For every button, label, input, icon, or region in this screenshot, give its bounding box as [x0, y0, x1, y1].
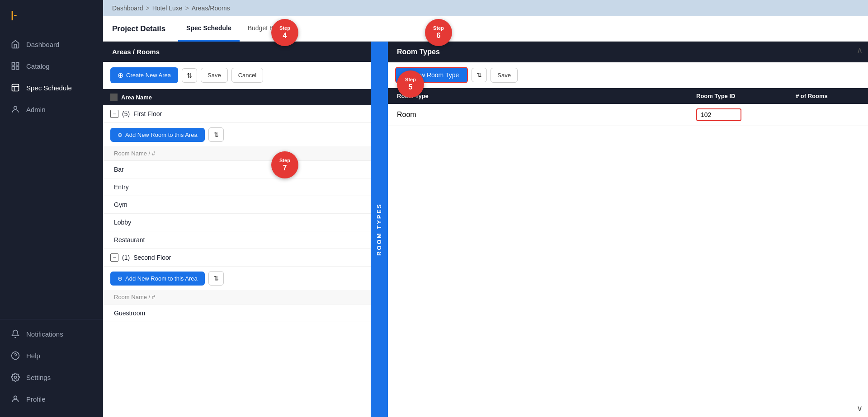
sidebar-item-dashboard[interactable]: Dashboard	[0, 33, 103, 55]
sort-icon: ⇅	[187, 72, 192, 79]
breadcrumb-areas-rooms: Areas/Rooms	[192, 5, 230, 12]
add-room-first-floor-button[interactable]: ⊕ Add New Room to this Area	[110, 128, 205, 142]
svg-point-11	[14, 396, 17, 399]
room-types-vertical-tab[interactable]: ROOM TYPES	[371, 42, 387, 417]
sidebar-item-label: Settings	[26, 374, 51, 381]
new-room-type-button[interactable]: ⊕ New Room Type	[395, 67, 468, 83]
sidebar-item-label: Admin	[26, 106, 46, 113]
sort-room-types-button[interactable]: ⇅	[472, 68, 487, 82]
table-row: Room	[388, 104, 868, 126]
rt-col-room-type-id: Room Type ID	[696, 93, 796, 99]
user-icon	[11, 105, 20, 114]
gear-icon	[11, 373, 20, 382]
checkbox-all[interactable]	[110, 94, 118, 101]
panel-collapse-top[interactable]: ∧	[857, 45, 863, 55]
second-floor-title-row: − (1) Second Floor	[103, 249, 387, 267]
room-guestroom: Guestroom	[103, 305, 387, 322]
sidebar-item-admin[interactable]: Admin	[0, 98, 103, 120]
sidebar-bottom: Notifications Help Settings Profile	[0, 319, 103, 417]
sidebar-item-label: Profile	[26, 395, 46, 403]
svg-rect-4	[12, 84, 19, 91]
sidebar-item-spec-schedule[interactable]: Spec Schedule	[0, 77, 103, 98]
svg-point-10	[14, 376, 17, 379]
sort-first-floor-button[interactable]: ⇅	[208, 127, 224, 142]
first-floor-name: First Floor	[133, 110, 162, 117]
sort-second-floor-button[interactable]: ⇅	[208, 271, 224, 286]
save-areas-button[interactable]: Save	[201, 68, 228, 83]
area-section-second-floor: − (1) Second Floor ⊕ Add New Room to thi…	[103, 249, 387, 322]
plus-circle-icon: ⊕	[118, 131, 123, 138]
content-area: Areas / Rooms ⊕ Create New Area ⇅ Save C…	[103, 42, 868, 417]
area-table-header: Area Name	[103, 89, 387, 105]
first-floor-count: (5)	[122, 110, 130, 117]
sidebar-item-label: Spec Schedule	[26, 84, 72, 92]
breadcrumb: Dashboard > Hotel Luxe > Areas/Rooms	[103, 0, 868, 16]
sidebar-logo: |-	[0, 0, 103, 30]
room-bar: Bar	[103, 161, 387, 178]
sidebar-item-notifications[interactable]: Notifications	[0, 323, 103, 345]
tab-budget-bu[interactable]: Budget Bu...	[240, 16, 291, 42]
room-types-toolbar: ⊕ New Room Type ⇅ Save	[388, 62, 868, 88]
main-content: Dashboard > Hotel Luxe > Areas/Rooms Pro…	[103, 0, 868, 417]
svg-rect-2	[16, 67, 19, 70]
help-icon	[11, 351, 20, 360]
first-floor-title-row: − (5) First Floor	[103, 105, 387, 123]
second-floor-add-room-row: ⊕ Add New Room to this Area ⇅	[103, 267, 387, 290]
home-icon	[11, 40, 20, 49]
svg-rect-0	[12, 63, 15, 66]
project-tabs: Project Details Spec Schedule Budget Bu.…	[103, 16, 868, 42]
room-restaurant: Restaurant	[103, 231, 387, 249]
sidebar-item-help[interactable]: Help	[0, 345, 103, 366]
sidebar-item-label: Dashboard	[26, 41, 59, 48]
svg-rect-3	[12, 67, 15, 70]
rt-col-room-type: Room Type	[397, 93, 696, 99]
room-types-title: Room Types	[397, 48, 440, 56]
sidebar-nav: Dashboard Catalog Spec Schedule Admin	[0, 30, 103, 319]
first-floor-add-room-row: ⊕ Add New Room to this Area ⇅	[103, 123, 387, 146]
room-name-header-first: Room Name / #	[103, 146, 387, 161]
plus-circle-icon-2: ⊕	[118, 275, 123, 282]
cancel-areas-button[interactable]: Cancel	[231, 68, 263, 83]
sidebar-item-label: Notifications	[26, 330, 63, 338]
areas-rooms-header: Areas / Rooms	[103, 42, 387, 62]
areas-rooms-toolbar: ⊕ Create New Area ⇅ Save Cancel	[103, 62, 387, 89]
room-types-header: Room Types	[388, 42, 868, 62]
panel-collapse-bottom[interactable]: ∨	[857, 403, 863, 413]
bell-icon	[11, 329, 20, 338]
project-title: Project Details	[112, 24, 165, 33]
sidebar-item-label: Catalog	[26, 62, 50, 70]
rt-room-type-id-field[interactable]	[696, 108, 796, 121]
breadcrumb-hotel[interactable]: Hotel Luxe	[152, 5, 183, 12]
sidebar-item-profile[interactable]: Profile	[0, 388, 103, 410]
collapse-second-floor[interactable]: −	[110, 253, 118, 262]
area-list: Area Name − (5) First Floor ⊕ Add New Ro…	[103, 89, 387, 417]
create-new-area-button[interactable]: ⊕ Create New Area	[110, 67, 178, 83]
room-gym: Gym	[103, 196, 387, 214]
grid-icon	[11, 61, 20, 70]
areas-rooms-panel: Areas / Rooms ⊕ Create New Area ⇅ Save C…	[103, 42, 388, 417]
sidebar-item-settings[interactable]: Settings	[0, 366, 103, 388]
list-icon	[11, 83, 20, 92]
tab-spec-schedule[interactable]: Spec Schedule	[178, 16, 240, 42]
rt-room-type-value: Room	[397, 111, 696, 119]
plus-circle-room-type-icon: ⊕	[404, 71, 410, 79]
room-name-header-second: Room Name / #	[103, 290, 387, 305]
sidebar-item-label: Help	[26, 352, 40, 360]
person-icon	[11, 394, 20, 403]
svg-rect-1	[16, 63, 19, 66]
sidebar: |- Dashboard Catalog Spec Schedule	[0, 0, 103, 417]
save-room-types-button[interactable]: Save	[491, 68, 518, 83]
sort-button[interactable]: ⇅	[182, 68, 197, 83]
second-floor-name: Second Floor	[133, 254, 171, 261]
collapse-first-floor[interactable]: −	[110, 110, 118, 118]
rt-table-header: Room Type Room Type ID # of Rooms	[388, 88, 868, 104]
room-type-id-input[interactable]	[696, 108, 741, 121]
second-floor-count: (1)	[122, 254, 130, 261]
plus-icon: ⊕	[118, 71, 123, 80]
room-types-panel: ∧ Room Types ⊕ New Room Type ⇅ Save Room…	[388, 42, 868, 417]
sidebar-item-catalog[interactable]: Catalog	[0, 55, 103, 77]
room-lobby: Lobby	[103, 214, 387, 231]
add-room-second-floor-button[interactable]: ⊕ Add New Room to this Area	[110, 272, 205, 286]
room-types-table: Room Type Room Type ID # of Rooms Room	[388, 88, 868, 417]
breadcrumb-dashboard[interactable]: Dashboard	[112, 5, 143, 12]
